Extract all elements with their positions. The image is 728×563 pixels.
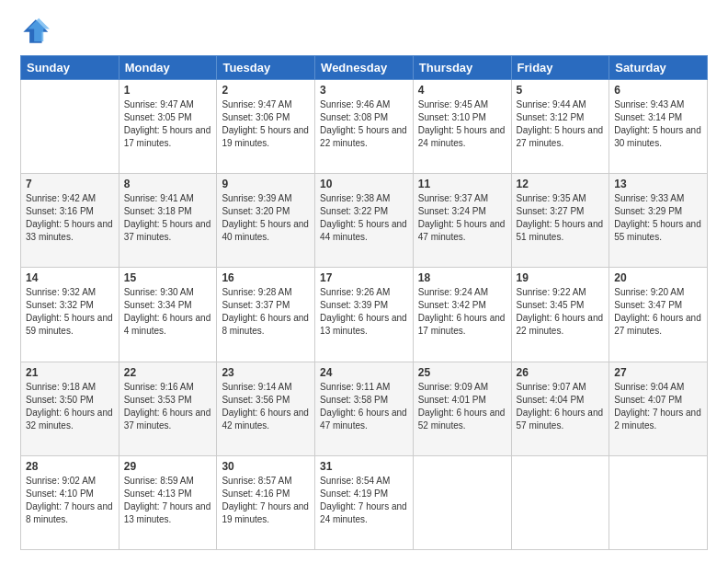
day-number: 13 — [614, 178, 702, 190]
logo-icon — [20, 17, 50, 46]
day-info: Sunrise: 9:20 AMSunset: 3:47 PMDaylight:… — [614, 286, 702, 338]
day-info: Sunrise: 9:24 AMSunset: 3:42 PMDaylight:… — [418, 286, 506, 338]
day-number: 10 — [320, 178, 408, 190]
day-info: Sunrise: 9:30 AMSunset: 3:34 PMDaylight:… — [124, 286, 212, 338]
weekday-header-wednesday: Wednesday — [315, 56, 414, 80]
calendar-cell — [21, 80, 119, 174]
calendar-cell: 14Sunrise: 9:32 AMSunset: 3:32 PMDayligh… — [21, 268, 119, 362]
day-number: 27 — [614, 366, 702, 379]
day-info: Sunrise: 9:32 AMSunset: 3:32 PMDaylight:… — [26, 286, 114, 338]
weekday-header-row: SundayMondayTuesdayWednesdayThursdayFrid… — [21, 56, 708, 80]
day-number: 24 — [320, 366, 408, 379]
calendar-cell: 6Sunrise: 9:43 AMSunset: 3:14 PMDaylight… — [609, 80, 708, 174]
day-number: 14 — [26, 271, 114, 284]
calendar-cell: 24Sunrise: 9:11 AMSunset: 3:58 PMDayligh… — [315, 362, 414, 455]
calendar-cell: 28Sunrise: 9:02 AMSunset: 4:10 PMDayligh… — [21, 455, 119, 549]
day-number: 15 — [124, 271, 212, 284]
day-number: 28 — [26, 460, 114, 473]
day-info: Sunrise: 9:33 AMSunset: 3:29 PMDaylight:… — [614, 192, 702, 244]
calendar-cell — [609, 455, 708, 549]
calendar-cell: 22Sunrise: 9:16 AMSunset: 3:53 PMDayligh… — [119, 362, 217, 455]
day-number: 29 — [124, 460, 212, 473]
weekday-header-monday: Monday — [119, 56, 217, 80]
day-info: Sunrise: 8:59 AMSunset: 4:13 PMDaylight:… — [124, 475, 212, 526]
calendar-cell: 1Sunrise: 9:47 AMSunset: 3:05 PMDaylight… — [119, 80, 217, 174]
day-info: Sunrise: 9:35 AMSunset: 3:27 PMDaylight:… — [517, 192, 605, 244]
calendar-cell: 12Sunrise: 9:35 AMSunset: 3:27 PMDayligh… — [511, 174, 609, 268]
calendar-cell: 31Sunrise: 8:54 AMSunset: 4:19 PMDayligh… — [315, 455, 414, 549]
weekday-header-friday: Friday — [511, 56, 609, 80]
calendar-week-row: 14Sunrise: 9:32 AMSunset: 3:32 PMDayligh… — [21, 268, 708, 362]
day-number: 1 — [124, 84, 212, 97]
calendar-cell: 9Sunrise: 9:39 AMSunset: 3:20 PMDaylight… — [217, 174, 315, 268]
day-info: Sunrise: 9:16 AMSunset: 3:53 PMDaylight:… — [124, 381, 212, 432]
calendar-cell: 20Sunrise: 9:20 AMSunset: 3:47 PMDayligh… — [609, 268, 708, 362]
calendar-cell — [413, 455, 511, 549]
day-info: Sunrise: 9:14 AMSunset: 3:56 PMDaylight:… — [222, 381, 310, 432]
weekday-header-thursday: Thursday — [413, 56, 511, 80]
day-number: 9 — [222, 178, 310, 190]
day-info: Sunrise: 8:54 AMSunset: 4:19 PMDaylight:… — [320, 475, 408, 526]
calendar-table: SundayMondayTuesdayWednesdayThursdayFrid… — [20, 55, 708, 550]
calendar-cell: 18Sunrise: 9:24 AMSunset: 3:42 PMDayligh… — [413, 268, 511, 362]
calendar-cell: 5Sunrise: 9:44 AMSunset: 3:12 PMDaylight… — [511, 80, 609, 174]
day-number: 26 — [517, 366, 605, 379]
calendar-cell: 3Sunrise: 9:46 AMSunset: 3:08 PMDaylight… — [315, 80, 414, 174]
calendar-cell — [511, 455, 609, 549]
calendar-cell: 13Sunrise: 9:33 AMSunset: 3:29 PMDayligh… — [609, 174, 708, 268]
day-info: Sunrise: 9:47 AMSunset: 3:05 PMDaylight:… — [124, 98, 212, 150]
day-number: 4 — [418, 84, 506, 97]
calendar-cell: 16Sunrise: 9:28 AMSunset: 3:37 PMDayligh… — [217, 268, 315, 362]
day-info: Sunrise: 9:42 AMSunset: 3:16 PMDaylight:… — [26, 192, 114, 244]
calendar-cell: 21Sunrise: 9:18 AMSunset: 3:50 PMDayligh… — [21, 362, 119, 455]
calendar-cell: 23Sunrise: 9:14 AMSunset: 3:56 PMDayligh… — [217, 362, 315, 455]
calendar-cell: 8Sunrise: 9:41 AMSunset: 3:18 PMDaylight… — [119, 174, 217, 268]
day-info: Sunrise: 9:43 AMSunset: 3:14 PMDaylight:… — [614, 98, 702, 150]
day-info: Sunrise: 9:07 AMSunset: 4:04 PMDaylight:… — [517, 381, 605, 432]
page: SundayMondayTuesdayWednesdayThursdayFrid… — [0, 0, 728, 563]
day-number: 22 — [124, 366, 212, 379]
day-number: 25 — [418, 366, 506, 379]
calendar-cell: 2Sunrise: 9:47 AMSunset: 3:06 PMDaylight… — [217, 80, 315, 174]
day-info: Sunrise: 9:47 AMSunset: 3:06 PMDaylight:… — [222, 98, 310, 150]
day-info: Sunrise: 9:18 AMSunset: 3:50 PMDaylight:… — [26, 381, 114, 432]
day-number: 5 — [517, 84, 605, 97]
day-info: Sunrise: 9:09 AMSunset: 4:01 PMDaylight:… — [418, 381, 506, 432]
calendar-week-row: 28Sunrise: 9:02 AMSunset: 4:10 PMDayligh… — [21, 455, 708, 549]
calendar-cell: 29Sunrise: 8:59 AMSunset: 4:13 PMDayligh… — [119, 455, 217, 549]
day-number: 20 — [614, 271, 702, 284]
day-info: Sunrise: 9:44 AMSunset: 3:12 PMDaylight:… — [517, 98, 605, 150]
day-number: 30 — [222, 460, 310, 473]
day-number: 23 — [222, 366, 310, 379]
calendar-cell: 7Sunrise: 9:42 AMSunset: 3:16 PMDaylight… — [21, 174, 119, 268]
day-number: 7 — [26, 178, 114, 190]
day-number: 2 — [222, 84, 310, 97]
day-info: Sunrise: 9:41 AMSunset: 3:18 PMDaylight:… — [124, 192, 212, 244]
day-info: Sunrise: 8:57 AMSunset: 4:16 PMDaylight:… — [222, 475, 310, 526]
day-info: Sunrise: 9:26 AMSunset: 3:39 PMDaylight:… — [320, 286, 408, 338]
weekday-header-saturday: Saturday — [609, 56, 708, 80]
day-info: Sunrise: 9:11 AMSunset: 3:58 PMDaylight:… — [320, 381, 408, 432]
day-info: Sunrise: 9:04 AMSunset: 4:07 PMDaylight:… — [614, 381, 702, 432]
day-number: 31 — [320, 460, 408, 473]
calendar-cell: 11Sunrise: 9:37 AMSunset: 3:24 PMDayligh… — [413, 174, 511, 268]
day-number: 8 — [124, 178, 212, 190]
day-number: 17 — [320, 271, 408, 284]
day-info: Sunrise: 9:02 AMSunset: 4:10 PMDaylight:… — [26, 475, 114, 526]
calendar-week-row: 21Sunrise: 9:18 AMSunset: 3:50 PMDayligh… — [21, 362, 708, 455]
logo-area — [20, 17, 53, 46]
day-info: Sunrise: 9:38 AMSunset: 3:22 PMDaylight:… — [320, 192, 408, 244]
day-info: Sunrise: 9:39 AMSunset: 3:20 PMDaylight:… — [222, 192, 310, 244]
day-number: 12 — [517, 178, 605, 190]
day-number: 11 — [418, 178, 506, 190]
day-info: Sunrise: 9:46 AMSunset: 3:08 PMDaylight:… — [320, 98, 408, 150]
day-number: 18 — [418, 271, 506, 284]
day-number: 16 — [222, 271, 310, 284]
calendar-cell: 30Sunrise: 8:57 AMSunset: 4:16 PMDayligh… — [217, 455, 315, 549]
calendar-cell: 27Sunrise: 9:04 AMSunset: 4:07 PMDayligh… — [609, 362, 708, 455]
day-info: Sunrise: 9:37 AMSunset: 3:24 PMDaylight:… — [418, 192, 506, 244]
day-number: 6 — [614, 84, 702, 97]
calendar-cell: 10Sunrise: 9:38 AMSunset: 3:22 PMDayligh… — [315, 174, 414, 268]
calendar-cell: 25Sunrise: 9:09 AMSunset: 4:01 PMDayligh… — [413, 362, 511, 455]
day-info: Sunrise: 9:28 AMSunset: 3:37 PMDaylight:… — [222, 286, 310, 338]
